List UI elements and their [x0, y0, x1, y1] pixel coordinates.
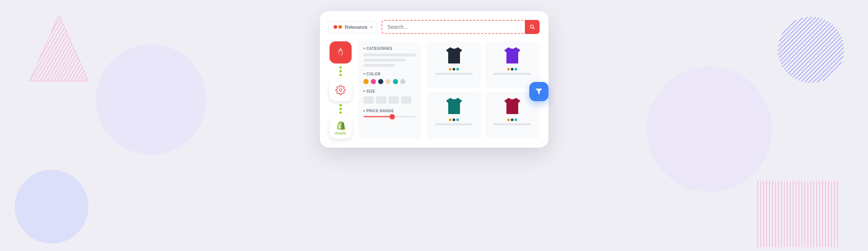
svg-line-10 [533, 28, 534, 29]
deco-stripes-bottom-right [757, 181, 839, 247]
chevron-down-icon: ▾ [370, 25, 372, 29]
categories-arrow: ▾ [363, 47, 365, 50]
tshirt-teal-icon [443, 96, 465, 116]
svg-marker-2 [29, 15, 88, 81]
size-section: ▾ SIZE [363, 89, 416, 104]
size-box-s[interactable] [376, 96, 386, 104]
svg-point-6 [778, 17, 844, 83]
product-2-color-dots [507, 68, 517, 71]
tshirt-dark-icon [443, 45, 465, 66]
shopify-label: shopify [334, 131, 346, 135]
svg-rect-8 [757, 181, 839, 247]
search-button[interactable] [525, 20, 540, 34]
color-label: ▾ COLOR [363, 72, 416, 76]
color-section: ▾ COLOR [363, 72, 416, 84]
product-card-3[interactable] [427, 92, 481, 139]
categories-skeleton-2 [363, 59, 405, 62]
svg-point-9 [530, 25, 533, 28]
connector-2 [339, 101, 342, 117]
size-box-l[interactable] [401, 96, 411, 104]
fire-icon [335, 47, 346, 58]
price-range-label: ▾ PRICE RANGE [363, 109, 416, 113]
size-box-xs[interactable] [363, 96, 374, 104]
icon-sidebar: shopify [329, 41, 352, 139]
price-slider-thumb[interactable] [390, 114, 395, 119]
categories-label: ▾ CATEGORIES [363, 47, 416, 51]
color-swatch-teal[interactable] [393, 79, 398, 84]
size-arrow: ▾ [363, 90, 365, 93]
product-2-skeleton [493, 73, 531, 75]
svg-marker-1 [29, 15, 88, 81]
deco-triangle-left [26, 11, 92, 85]
tshirt-purple-icon [501, 45, 523, 66]
filters-panel: ▾ CATEGORIES ▾ COLOR [358, 41, 421, 139]
color-swatch-yellow[interactable] [363, 79, 369, 84]
price-slider-track[interactable] [363, 116, 416, 117]
price-range-section: ▾ PRICE RANGE [363, 109, 416, 117]
tshirt-maroon-icon [501, 96, 523, 116]
products-grid [427, 41, 540, 139]
color-swatch-peach[interactable] [386, 79, 391, 84]
svg-point-5 [778, 17, 844, 83]
gear-icon [335, 85, 346, 95]
product-4-color-dots [507, 118, 517, 121]
settings-icon-card[interactable] [330, 79, 352, 101]
filter-icon [534, 87, 543, 96]
dot-orange [338, 25, 342, 29]
product-tshirt-2 [501, 45, 523, 66]
color-swatch-pink[interactable] [371, 79, 376, 84]
relevance-dots [334, 25, 342, 29]
color-swatch-navy[interactable] [378, 79, 383, 84]
product-3-color-dots [449, 118, 459, 121]
price-range-arrow: ▾ [363, 109, 365, 113]
shopify-icon-card[interactable]: shopify [330, 117, 352, 139]
categories-skeleton-3 [363, 64, 395, 67]
product-tshirt-4 [501, 96, 523, 116]
product-3-skeleton [435, 123, 473, 126]
product-tshirt-3 [443, 96, 465, 116]
dot-red [334, 25, 337, 29]
relevance-label: Relevance [345, 24, 367, 30]
svg-marker-3 [29, 15, 88, 81]
product-1-skeleton [435, 73, 473, 75]
color-swatches [363, 79, 416, 84]
size-box-m[interactable] [388, 96, 399, 104]
fire-app-icon-card[interactable] [330, 41, 352, 63]
search-input-wrap [381, 20, 540, 34]
deco-circle-bottom-left [15, 170, 88, 244]
main-card: Relevance ▾ [320, 11, 548, 148]
size-label: ▾ SIZE [363, 89, 416, 93]
deco-blob-center-left [96, 44, 206, 155]
body-row: shopify ▾ CATEGORIES ▾ COLOR [329, 41, 540, 139]
price-slider-fill [363, 116, 392, 117]
product-4-skeleton [493, 123, 531, 126]
product-1-color-dots [449, 68, 459, 71]
search-icon [530, 24, 535, 30]
product-card-2[interactable] [485, 41, 540, 88]
product-tshirt-1 [443, 45, 465, 66]
search-input[interactable] [381, 20, 540, 34]
filter-fab[interactable] [529, 82, 548, 101]
size-boxes [363, 96, 416, 104]
shopify-icon [335, 120, 346, 131]
deco-circle-top-right [776, 15, 846, 85]
categories-section: ▾ CATEGORIES [363, 47, 416, 67]
product-card-1[interactable] [427, 41, 481, 88]
svg-point-11 [339, 89, 342, 92]
color-swatch-gray[interactable] [400, 79, 405, 84]
categories-skeleton-1 [363, 54, 416, 56]
connector-1 [339, 63, 342, 79]
color-arrow: ▾ [363, 72, 365, 76]
relevance-button[interactable]: Relevance ▾ [329, 21, 377, 33]
deco-blob-center-right [647, 66, 772, 192]
search-row: Relevance ▾ [329, 20, 540, 34]
